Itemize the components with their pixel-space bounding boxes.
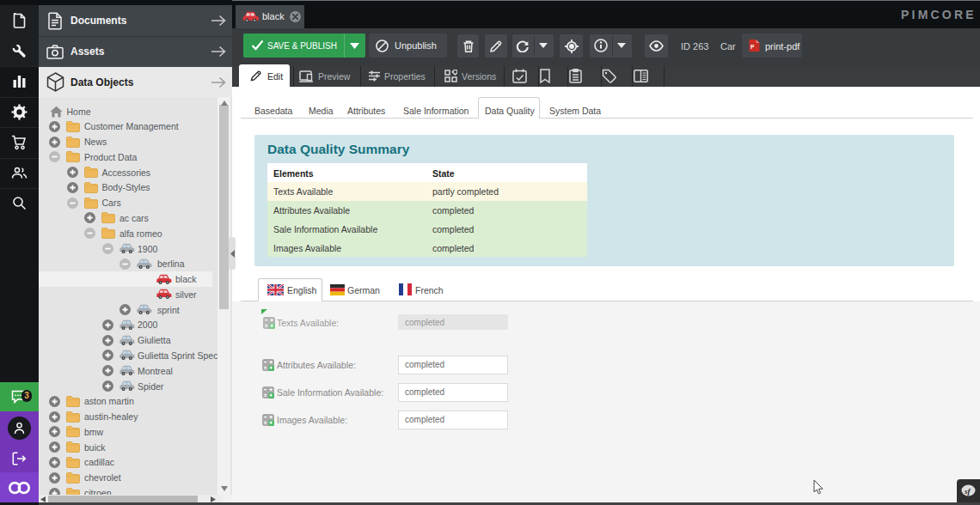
svg-text:P: P — [750, 44, 755, 50]
svg-text:sf: sf — [964, 487, 971, 496]
